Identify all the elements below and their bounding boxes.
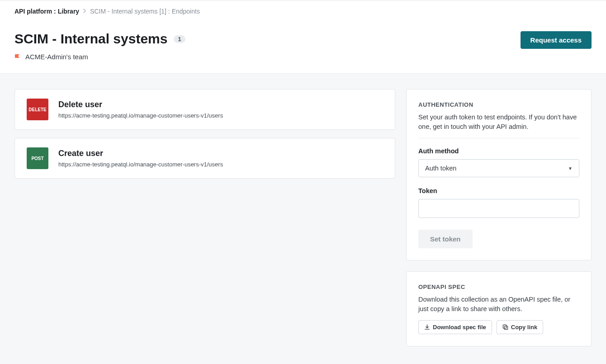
svg-rect-0 (504, 326, 507, 329)
breadcrumb-root-link[interactable]: API platform : Library (14, 8, 79, 15)
endpoint-info: Delete userhttps://acme-testing.peatql.i… (58, 100, 223, 119)
endpoint-card[interactable]: POSTCreate userhttps://acme-testing.peat… (14, 138, 395, 179)
divider (418, 138, 579, 138)
version-badge: 1 (174, 35, 185, 43)
method-badge: DELETE (27, 99, 48, 120)
auth-method-select[interactable]: Auth token ▼ (418, 159, 579, 177)
flag-icon (14, 54, 21, 60)
token-input[interactable] (418, 199, 579, 218)
chevron-right-icon (83, 8, 86, 14)
endpoint-info: Create userhttps://acme-testing.peatql.i… (58, 149, 223, 168)
token-label: Token (418, 187, 579, 194)
svg-rect-1 (503, 325, 506, 328)
endpoint-url: https://acme-testing.peatql.io/manage-cu… (58, 161, 223, 168)
breadcrumb-current: SCIM - Internal systems [1] : Endpoints (90, 8, 200, 15)
endpoints-list: DELETEDelete userhttps://acme-testing.pe… (14, 89, 395, 179)
download-spec-button[interactable]: Download spec file (418, 320, 492, 334)
endpoint-title: Create user (58, 149, 223, 158)
authentication-panel: AUTHENTICATION Set your auth token to te… (406, 89, 592, 260)
auth-method-value: Auth token (425, 165, 456, 172)
endpoint-title: Delete user (58, 100, 223, 109)
endpoint-card[interactable]: DELETEDelete userhttps://acme-testing.pe… (14, 89, 395, 130)
request-access-button[interactable]: Request access (521, 31, 592, 49)
auth-method-label: Auth method (418, 147, 579, 155)
auth-description: Set your auth token to test endpoints. I… (418, 113, 579, 132)
auth-heading: AUTHENTICATION (418, 101, 579, 108)
set-token-button[interactable]: Set token (418, 230, 473, 248)
page-title-text: SCIM - Internal systems (14, 31, 167, 47)
breadcrumb: API platform : Library SCIM - Internal s… (14, 8, 592, 15)
spec-description: Download this collection as an OpenAPI s… (418, 295, 579, 314)
page-title: SCIM - Internal systems 1 (14, 31, 185, 47)
copy-link-button[interactable]: Copy link (497, 320, 544, 334)
copy-icon (502, 324, 508, 330)
download-spec-label: Download spec file (433, 324, 486, 331)
caret-down-icon: ▼ (568, 166, 573, 171)
team-row: ACME-Admin's team (14, 53, 185, 61)
endpoint-url: https://acme-testing.peatql.io/manage-cu… (58, 112, 223, 119)
copy-link-label: Copy link (511, 324, 538, 331)
openapi-spec-panel: OPENAPI SPEC Download this collection as… (406, 271, 592, 346)
method-badge: POST (27, 147, 48, 169)
download-icon (424, 324, 430, 330)
spec-heading: OPENAPI SPEC (418, 284, 579, 290)
team-name: ACME-Admin's team (25, 53, 88, 61)
